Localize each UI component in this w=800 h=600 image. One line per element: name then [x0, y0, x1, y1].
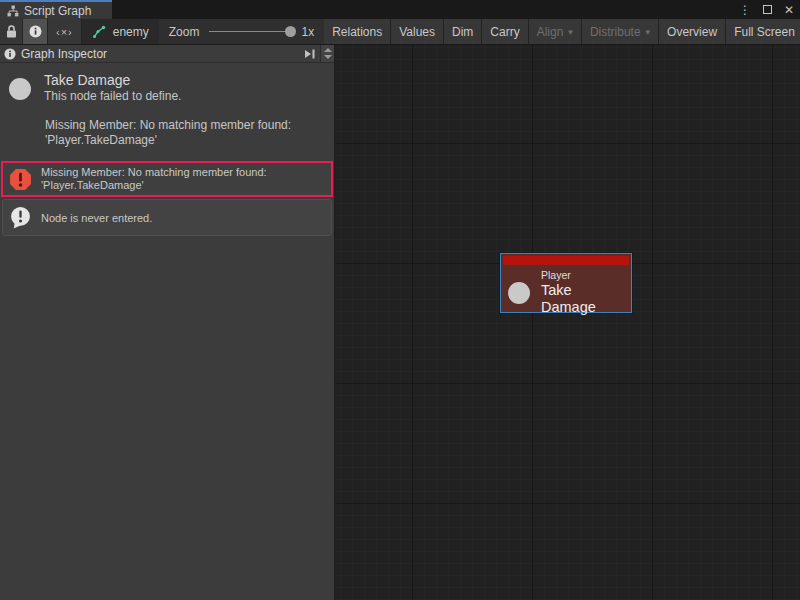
script-graph-icon — [7, 5, 19, 17]
values-label: Values — [399, 25, 435, 39]
warning-bubble-icon — [9, 206, 32, 229]
overview-label: Overview — [667, 25, 717, 39]
zoom-slider[interactable] — [209, 31, 291, 32]
error-box-line2: 'Player.TakeDamage' — [41, 179, 267, 192]
dim-label: Dim — [452, 25, 473, 39]
toolbar: ‹×› enemy Zoom 1x Relations Values Dim C… — [0, 19, 800, 45]
maximize-icon[interactable] — [763, 5, 772, 14]
inspector-node-title: Take Damage — [44, 72, 181, 89]
error-box-line1: Missing Member: No matching member found… — [41, 166, 267, 179]
error-octagon-icon — [9, 168, 32, 191]
arrow-down-icon[interactable] — [324, 55, 332, 59]
zoom-control: Zoom 1x — [159, 19, 324, 44]
graph-inspector-header: Graph Inspector — [0, 45, 334, 63]
zoom-value: 1x — [301, 25, 314, 39]
info-icon — [4, 48, 16, 60]
relations-label: Relations — [332, 25, 382, 39]
tab-script-graph[interactable]: Script Graph — [0, 0, 112, 19]
graph-reference-icon — [92, 25, 106, 39]
distribute-label: Distribute — [590, 25, 641, 39]
take-damage-node[interactable]: Player Take Damage — [500, 253, 632, 313]
carry-label: Carry — [490, 25, 519, 39]
graph-inspector-title: Graph Inspector — [21, 47, 299, 61]
chevron-down-icon: ▾ — [568, 27, 573, 37]
code-icon: ‹×› — [56, 26, 73, 38]
window-controls: ⋮ ✕ — [739, 0, 794, 19]
full-screen-button[interactable]: Full Screen — [726, 19, 800, 44]
lock-icon — [6, 25, 17, 38]
inspector-toggle-button[interactable] — [23, 19, 48, 44]
code-view-button[interactable]: ‹×› — [48, 19, 82, 44]
zoom-slider-handle[interactable] — [285, 26, 296, 37]
error-message-box[interactable]: Missing Member: No matching member found… — [1, 161, 333, 197]
graph-inspector-panel: Graph Inspector Take Damage This node fa… — [0, 45, 335, 600]
window-menu-icon[interactable]: ⋮ — [739, 4, 751, 16]
full-screen-label: Full Screen — [734, 25, 795, 39]
dim-button[interactable]: Dim — [444, 19, 482, 44]
scroll-arrows[interactable] — [320, 45, 334, 62]
carry-button[interactable]: Carry — [482, 19, 528, 44]
graph-reference-label: enemy — [113, 25, 149, 39]
node-summary-section: Take Damage This node failed to define. … — [0, 63, 334, 148]
info-icon — [29, 25, 42, 38]
error-detail-text: Missing Member: No matching member found… — [45, 118, 326, 148]
align-label: Align — [537, 25, 564, 39]
inspector-node-subtitle: This node failed to define. — [44, 89, 181, 104]
node-target-label: Player — [541, 269, 627, 282]
node-port-icon[interactable] — [508, 282, 530, 304]
error-detail-line1: Missing Member: No matching member found… — [45, 118, 326, 133]
tab-title: Script Graph — [24, 4, 91, 18]
distribute-dropdown[interactable]: Distribute ▾ — [582, 19, 659, 44]
titlebar: Script Graph ⋮ ✕ — [0, 0, 800, 19]
dock-panel-button[interactable] — [299, 45, 320, 62]
node-title-label: Take Damage — [541, 282, 627, 316]
relations-button[interactable]: Relations — [324, 19, 391, 44]
graph-canvas[interactable]: Player Take Damage — [335, 45, 800, 600]
align-dropdown[interactable]: Align ▾ — [529, 19, 582, 44]
warning-message-box[interactable]: Node is never entered. — [2, 199, 332, 236]
lock-button[interactable] — [0, 19, 23, 44]
arrow-up-icon[interactable] — [324, 48, 332, 52]
warning-box-text: Node is never entered. — [41, 212, 152, 224]
close-icon[interactable]: ✕ — [784, 4, 794, 16]
node-error-strip — [503, 256, 629, 265]
dock-right-icon — [303, 48, 316, 60]
values-button[interactable]: Values — [391, 19, 444, 44]
chevron-down-icon: ▾ — [646, 27, 651, 37]
node-type-icon — [9, 78, 31, 100]
error-detail-line2: 'Player.TakeDamage' — [45, 133, 326, 148]
overview-button[interactable]: Overview — [659, 19, 726, 44]
zoom-label: Zoom — [169, 25, 200, 39]
graph-reference-button[interactable]: enemy — [82, 19, 159, 44]
